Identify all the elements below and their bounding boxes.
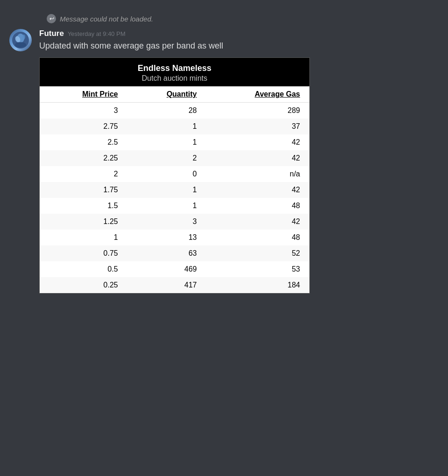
timestamp: Yesterday at 9:40 PM [68,30,126,37]
cell-quantity: 417 [127,277,206,293]
cell-quantity: 2 [127,150,206,166]
cell-average-gas: n/a [206,166,309,182]
svg-point-4 [15,42,26,48]
avatar [9,29,32,51]
col-mint-price: Mint Price [40,86,127,103]
table-row: 0.546953 [40,261,309,277]
cell-mint-price: 0.25 [40,277,127,293]
table-subtitle: Dutch auction mints [47,74,302,83]
cell-mint-price: 1.5 [40,198,127,214]
cell-quantity: 1 [127,182,206,198]
data-table: Mint Price Quantity Average Gas 3282892.… [40,86,309,293]
cell-quantity: 1 [127,198,206,214]
cell-mint-price: 2 [40,166,127,182]
table-title: Endless Nameless [47,63,302,73]
table-row: 1.75142 [40,182,309,198]
cell-mint-price: 1.75 [40,182,127,198]
cell-quantity: 1 [127,134,206,150]
cell-average-gas: 52 [206,245,309,261]
cell-quantity: 28 [127,103,206,119]
cell-mint-price: 3 [40,103,127,119]
cell-mint-price: 2.25 [40,150,127,166]
table-row: 0.25417184 [40,277,309,293]
error-text: Message could not be loaded. [60,15,153,23]
cell-average-gas: 42 [206,150,309,166]
cell-quantity: 0 [127,166,206,182]
table-row: 20n/a [40,166,309,182]
cell-mint-price: 1.25 [40,214,127,230]
cell-quantity: 469 [127,261,206,277]
cell-average-gas: 37 [206,119,309,134]
message-row: Future Yesterday at 9:40 PM Updated with… [9,29,439,294]
table-row: 2.5142 [40,134,309,150]
cell-quantity: 1 [127,119,206,134]
cell-quantity: 63 [127,245,206,261]
cell-average-gas: 48 [206,230,309,245]
table-row: 2.25242 [40,150,309,166]
table-row: 2.75137 [40,119,309,134]
table-row: 1.5148 [40,198,309,214]
cell-average-gas: 53 [206,261,309,277]
cell-quantity: 13 [127,230,206,245]
cell-average-gas: 42 [206,214,309,230]
cell-quantity: 3 [127,214,206,230]
cell-average-gas: 289 [206,103,309,119]
col-average-gas: Average Gas [206,86,309,103]
cell-average-gas: 184 [206,277,309,293]
username: Future [39,29,64,38]
cell-mint-price: 1 [40,230,127,245]
error-icon: ↩ [47,14,56,23]
cell-average-gas: 48 [206,198,309,214]
message-content: Future Yesterday at 9:40 PM Updated with… [39,29,439,294]
cell-mint-price: 0.75 [40,245,127,261]
cell-average-gas: 42 [206,182,309,198]
table-header-row: Mint Price Quantity Average Gas [40,86,309,103]
col-quantity: Quantity [127,86,206,103]
table-row: 0.756352 [40,245,309,261]
cell-mint-price: 0.5 [40,261,127,277]
table-row: 328289 [40,103,309,119]
chat-container: ↩ Message could not be loaded. Future Ye… [0,9,448,302]
cell-mint-price: 2.75 [40,119,127,134]
message-text: Updated with some average gas per band a… [39,40,439,52]
table-row: 11348 [40,230,309,245]
table-row: 1.25342 [40,214,309,230]
cell-mint-price: 2.5 [40,134,127,150]
table-header: Endless Nameless Dutch auction mints [40,58,309,86]
cell-average-gas: 42 [206,134,309,150]
error-message-row: ↩ Message could not be loaded. [47,14,439,23]
message-header: Future Yesterday at 9:40 PM [39,29,439,38]
data-table-wrapper: Endless Nameless Dutch auction mints Min… [39,57,310,294]
